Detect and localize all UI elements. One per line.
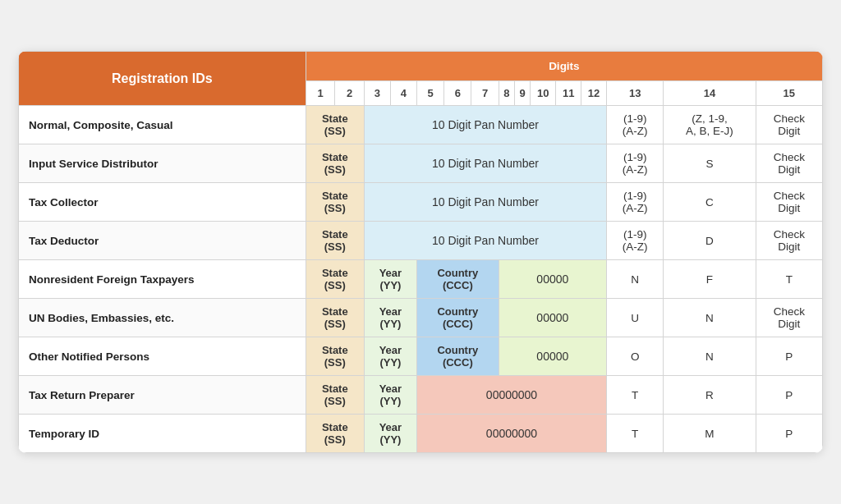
- col-num-10: 10: [531, 81, 556, 106]
- cell-state: State (SS): [306, 337, 364, 376]
- cell-country: Country (CCC): [416, 260, 499, 299]
- row-label: Other Notified Persons: [19, 337, 306, 376]
- cell-d13: (1-9) (A-Z): [607, 222, 664, 260]
- col-num-12: 12: [581, 81, 607, 106]
- cell-state: State (SS): [306, 106, 364, 144]
- cell-d15: P: [756, 415, 822, 453]
- table-row: Normal, Composite, CasualState (SS)10 Di…: [19, 106, 823, 144]
- cell-pan: 10 Digit Pan Number: [364, 144, 606, 183]
- cell-d13: N: [607, 260, 664, 299]
- cell-year: Year (YY): [364, 337, 416, 376]
- row-label: Tax Return Preparer: [19, 376, 306, 415]
- table-row: Input Service DistributorState (SS)10 Di…: [19, 144, 823, 183]
- cell-d15: Check Digit: [756, 299, 822, 337]
- col-num-8: 8: [499, 81, 514, 106]
- row-label: Temporary ID: [19, 415, 306, 453]
- cell-state: State (SS): [306, 376, 364, 415]
- cell-d13: (1-9) (A-Z): [607, 106, 664, 144]
- cell-d15: Check Digit: [756, 183, 822, 222]
- table-row: Tax CollectorState (SS)10 Digit Pan Numb…: [19, 183, 823, 222]
- cell-d15: Check Digit: [756, 144, 822, 183]
- main-container: Registration IDs Digits 1234567891011121…: [18, 51, 823, 453]
- cell-d14: F: [664, 260, 756, 299]
- cell-state: State (SS): [306, 144, 364, 183]
- cell-pan: 10 Digit Pan Number: [364, 106, 606, 144]
- cell-state: State (SS): [306, 183, 364, 222]
- cell-state: State (SS): [306, 415, 364, 453]
- cell-zeros: 00000: [499, 260, 606, 299]
- cell-zeros: 00000: [499, 299, 606, 337]
- cell-d13: (1-9) (A-Z): [607, 144, 664, 183]
- cell-d13: O: [607, 337, 664, 376]
- col-num-1: 1: [306, 81, 335, 106]
- cell-d14: (Z, 1-9, A, B, E-J): [664, 106, 756, 144]
- registration-table: Registration IDs Digits 1234567891011121…: [18, 51, 823, 453]
- col-num-9: 9: [515, 81, 531, 106]
- row-label: Input Service Distributor: [19, 144, 306, 183]
- cell-d13: T: [607, 415, 664, 453]
- cell-year: Year (YY): [364, 376, 416, 415]
- cell-d15: P: [756, 337, 822, 376]
- cell-d13: T: [607, 376, 664, 415]
- col-num-13: 13: [607, 81, 664, 106]
- cell-d15: Check Digit: [756, 106, 822, 144]
- cell-country: Country (CCC): [416, 299, 499, 337]
- table-row: Nonresident Foreign TaxpayersState (SS)Y…: [19, 260, 823, 299]
- table-row: Tax Return PreparerState (SS)Year (YY)00…: [19, 376, 823, 415]
- reg-id-header: Registration IDs: [19, 52, 306, 106]
- cell-d14: R: [664, 376, 756, 415]
- col-num-2: 2: [335, 81, 365, 106]
- cell-zeros: 00000: [499, 337, 606, 376]
- cell-pan: 10 Digit Pan Number: [364, 222, 606, 260]
- cell-year: Year (YY): [364, 299, 416, 337]
- cell-zeros: 00000000: [416, 376, 606, 415]
- cell-d14: S: [664, 144, 756, 183]
- cell-state: State (SS): [306, 299, 364, 337]
- cell-d13: U: [607, 299, 664, 337]
- col-num-7: 7: [471, 81, 499, 106]
- cell-country: Country (CCC): [416, 337, 499, 376]
- row-label: Normal, Composite, Casual: [19, 106, 306, 144]
- digits-header: Digits: [306, 52, 822, 81]
- cell-d14: M: [664, 415, 756, 453]
- row-label: UN Bodies, Embassies, etc.: [19, 299, 306, 337]
- cell-d13: (1-9) (A-Z): [607, 183, 664, 222]
- col-num-5: 5: [416, 81, 443, 106]
- col-num-3: 3: [364, 81, 390, 106]
- col-num-4: 4: [390, 81, 416, 106]
- cell-year: Year (YY): [364, 260, 416, 299]
- cell-d15: Check Digit: [756, 222, 822, 260]
- row-label: Tax Deductor: [19, 222, 306, 260]
- col-num-15: 15: [756, 81, 822, 106]
- row-label: Tax Collector: [19, 183, 306, 222]
- row-label: Nonresident Foreign Taxpayers: [19, 260, 306, 299]
- cell-year: Year (YY): [364, 415, 416, 453]
- table-row: Other Notified PersonsState (SS)Year (YY…: [19, 337, 823, 376]
- table-row: UN Bodies, Embassies, etc.State (SS)Year…: [19, 299, 823, 337]
- cell-state: State (SS): [306, 222, 364, 260]
- table-row: Temporary IDState (SS)Year (YY)00000000T…: [19, 415, 823, 453]
- cell-d14: C: [664, 183, 756, 222]
- table-row: Tax DeductorState (SS)10 Digit Pan Numbe…: [19, 222, 823, 260]
- col-num-11: 11: [556, 81, 581, 106]
- col-num-6: 6: [444, 81, 471, 106]
- cell-zeros: 00000000: [416, 415, 606, 453]
- cell-d14: N: [664, 337, 756, 376]
- cell-state: State (SS): [306, 260, 364, 299]
- col-num-14: 14: [664, 81, 756, 106]
- cell-d15: T: [756, 260, 822, 299]
- cell-d14: D: [664, 222, 756, 260]
- cell-d15: P: [756, 376, 822, 415]
- cell-pan: 10 Digit Pan Number: [364, 183, 606, 222]
- cell-d14: N: [664, 299, 756, 337]
